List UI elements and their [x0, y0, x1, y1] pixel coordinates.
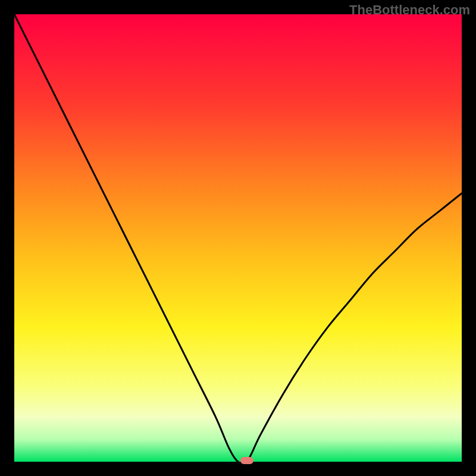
sweet-spot-marker: [240, 457, 253, 464]
bottleneck-chart: [14, 14, 462, 462]
watermark-text: TheBottleneck.com: [349, 2, 470, 18]
chart-frame: TheBottleneck.com: [0, 0, 476, 476]
chart-background: [14, 14, 462, 462]
